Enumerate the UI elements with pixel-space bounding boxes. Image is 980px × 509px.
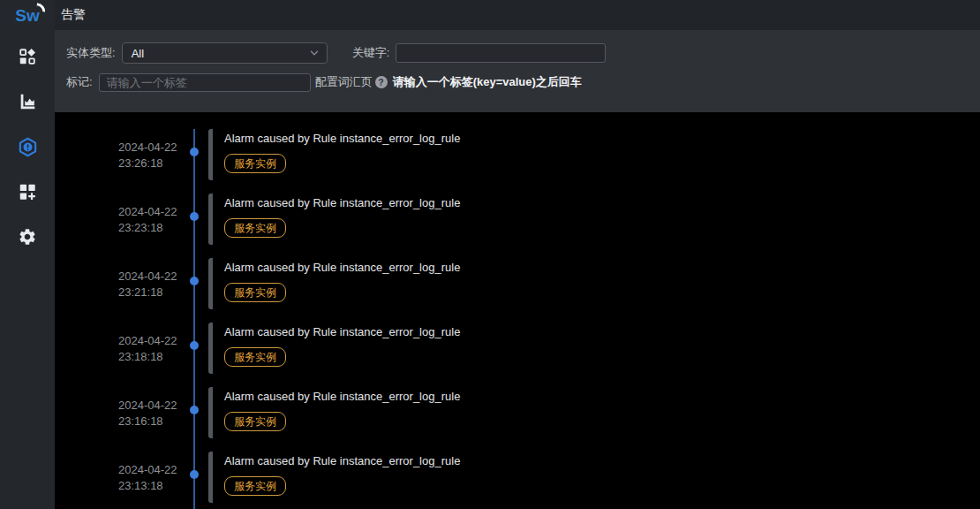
alarm-scope-tag: 服务实例 — [224, 283, 286, 302]
timeline-dot-icon — [190, 406, 199, 414]
alarm-message: Alarm caused by Rule instance_error_log_… — [224, 323, 980, 341]
sidebar-item-settings[interactable] — [17, 226, 38, 247]
tag-input[interactable] — [99, 73, 311, 92]
sidebar: Sw — [0, 0, 55, 509]
alarm-card[interactable]: Alarm caused by Rule instance_error_log_… — [208, 129, 980, 180]
app-window: Sw — [0, 0, 980, 509]
alarm-list-item: 2024-04-22 23:16:18 Alarm caused by Rule… — [55, 387, 980, 440]
config-vocabulary-link[interactable]: 配置词汇页 — [315, 74, 373, 90]
alarm-message: Alarm caused by Rule instance_error_log_… — [224, 388, 980, 406]
alarm-date: 2024-04-22 — [118, 269, 196, 285]
alarm-clock-time: 23:18:18 — [118, 349, 196, 365]
keyword-group: 关键字: — [352, 43, 607, 63]
alarm-timestamp: 2024-04-22 23:13:18 — [118, 462, 196, 494]
alarm-date: 2024-04-22 — [118, 333, 196, 349]
timeline-dot-icon — [190, 212, 199, 221]
timeline-dot-icon — [190, 341, 199, 350]
alarm-clock-time: 23:23:18 — [118, 220, 196, 236]
chevron-down-icon — [309, 48, 320, 58]
filter-row-1: 实体类型: All 关键字: — [66, 42, 969, 65]
entity-type-select[interactable]: All — [122, 42, 328, 64]
grid-diamond-icon — [18, 47, 37, 66]
alarm-clock-time: 23:26:18 — [118, 156, 196, 171]
timeline-dot-icon — [190, 148, 199, 156]
alarm-date: 2024-04-22 — [118, 462, 196, 478]
alarm-timestamp: 2024-04-22 23:23:18 — [118, 204, 196, 236]
alarm-message: Alarm caused by Rule instance_error_log_… — [224, 452, 980, 470]
sidebar-item-metrics[interactable] — [17, 91, 38, 112]
alarm-clock-time: 23:21:18 — [118, 285, 196, 300]
main-area: 告警 实体类型: All 关键字: 标记: 配置词汇页 — [55, 0, 980, 509]
alarm-date: 2024-04-22 — [118, 398, 196, 414]
timeline-dot-icon — [190, 277, 199, 285]
entity-type-value: All — [132, 47, 144, 60]
alarm-date: 2024-04-22 — [118, 140, 196, 156]
bar-chart-icon — [18, 92, 37, 111]
alarm-list-item: 2024-04-22 23:23:18 Alarm caused by Rule… — [55, 194, 980, 247]
alarm-timestamp: 2024-04-22 23:16:18 — [118, 398, 196, 429]
alarm-timestamp: 2024-04-22 23:21:18 — [118, 269, 196, 300]
alarm-card[interactable]: Alarm caused by Rule instance_error_log_… — [208, 452, 980, 503]
alarm-card[interactable]: Alarm caused by Rule instance_error_log_… — [208, 258, 980, 309]
alarm-message: Alarm caused by Rule instance_error_log_… — [224, 194, 980, 212]
timeline-dot-icon — [190, 470, 199, 479]
logo-arc-icon — [35, 3, 46, 12]
hexagon-alert-icon — [18, 137, 38, 157]
alarm-card[interactable]: Alarm caused by Rule instance_error_log_… — [208, 323, 980, 374]
sidebar-item-marketplace[interactable] — [17, 181, 38, 202]
gear-icon — [18, 227, 37, 247]
alarm-scope-tag: 服务实例 — [224, 412, 286, 431]
alarm-timeline: 2024-04-22 23:26:18 Alarm caused by Rule… — [55, 112, 980, 509]
skywalking-logo[interactable]: Sw — [15, 4, 39, 28]
page-title: 告警 — [61, 7, 86, 23]
alarm-timestamp: 2024-04-22 23:26:18 — [118, 140, 196, 171]
alarm-scope-tag: 服务实例 — [224, 154, 286, 173]
filter-row-2: 标记: 配置词汇页 ? 请输入一个标签(key=value)之后回车 — [66, 72, 969, 93]
alarm-card[interactable]: Alarm caused by Rule instance_error_log_… — [208, 194, 980, 245]
alarm-scope-tag: 服务实例 — [224, 347, 286, 367]
alarm-timestamp: 2024-04-22 23:18:18 — [118, 333, 196, 365]
alarm-list-item: 2024-04-22 23:21:18 Alarm caused by Rule… — [55, 258, 980, 311]
filter-panel: 实体类型: All 关键字: 标记: 配置词汇页 ? 请输入一个标签(key=v… — [55, 30, 980, 112]
tag-hint-text: 请输入一个标签(key=value)之后回车 — [393, 74, 582, 90]
keyword-label: 关键字: — [352, 45, 390, 61]
alarm-date: 2024-04-22 — [118, 204, 196, 220]
alarm-message: Alarm caused by Rule instance_error_log_… — [224, 259, 980, 277]
entity-type-label: 实体类型: — [66, 45, 116, 61]
alarm-card[interactable]: Alarm caused by Rule instance_error_log_… — [208, 387, 980, 438]
tag-label: 标记: — [66, 74, 93, 90]
page-header: 告警 — [55, 0, 980, 30]
alarm-scope-tag: 服务实例 — [224, 218, 286, 238]
alarm-clock-time: 23:16:18 — [118, 414, 196, 429]
alarm-list-item: 2024-04-22 23:13:18 Alarm caused by Rule… — [55, 452, 980, 505]
alarm-message: Alarm caused by Rule instance_error_log_… — [224, 130, 980, 148]
widgets-plus-icon — [18, 182, 37, 201]
sidebar-item-alerting[interactable] — [17, 136, 38, 157]
keyword-input[interactable] — [396, 43, 606, 63]
sidebar-nav — [17, 46, 38, 247]
alarm-list-item: 2024-04-22 23:26:18 Alarm caused by Rule… — [55, 129, 980, 182]
alarm-content-area: 2024-04-22 23:26:18 Alarm caused by Rule… — [55, 112, 980, 509]
sidebar-item-dashboards[interactable] — [17, 46, 38, 67]
alarm-list-item: 2024-04-22 23:18:18 Alarm caused by Rule… — [55, 323, 980, 376]
alarm-clock-time: 23:13:18 — [118, 478, 196, 494]
alarm-scope-tag: 服务实例 — [224, 476, 286, 496]
help-icon[interactable]: ? — [375, 76, 388, 88]
